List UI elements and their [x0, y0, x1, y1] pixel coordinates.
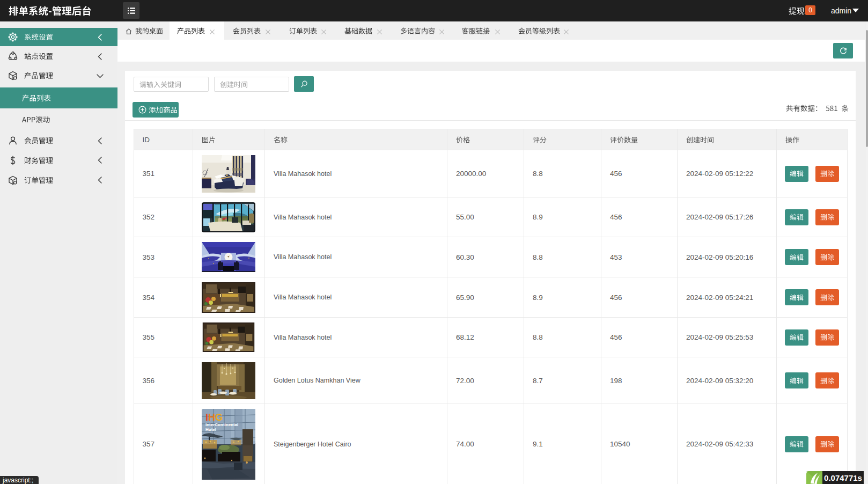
svg-text:Hotel: Hotel: [205, 427, 216, 432]
svg-text:InterContinental: InterContinental: [205, 422, 238, 427]
svg-text:IHG: IHG: [205, 412, 223, 423]
